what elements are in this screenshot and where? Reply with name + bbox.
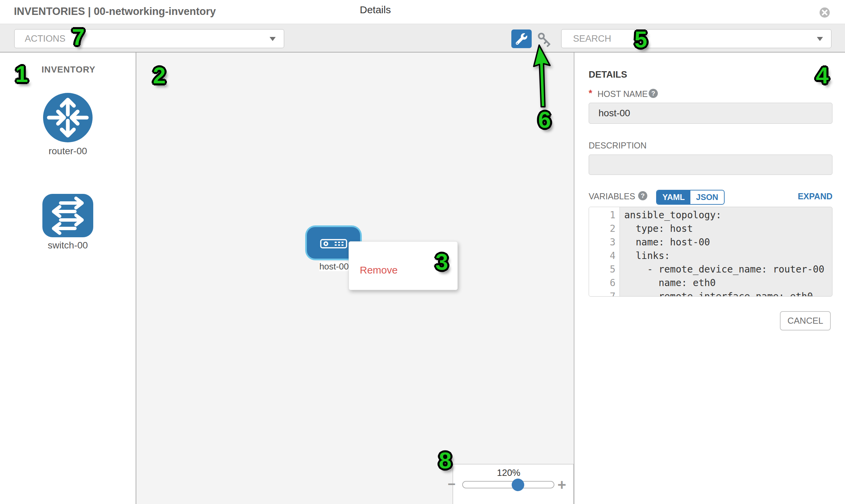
- actions-dropdown[interactable]: ACTIONS: [14, 29, 284, 48]
- annotation-6: 6: [538, 106, 551, 133]
- annotation-8: 8: [439, 447, 452, 473]
- tab-yaml[interactable]: YAML: [657, 191, 690, 204]
- line-number: 7: [589, 290, 619, 296]
- app-window: INVENTORIES | 00-networking-inventory AC…: [0, 0, 845, 504]
- code-line: remote_interface_name: eth0: [619, 290, 813, 296]
- chevron-down-icon: [817, 37, 823, 41]
- annotation-2: 2: [153, 62, 166, 88]
- host-name-input[interactable]: [589, 103, 832, 124]
- line-number: 3: [589, 236, 619, 249]
- description-label: DESCRIPTION: [589, 141, 647, 150]
- chevron-down-icon: [269, 37, 276, 41]
- search-dropdown[interactable]: SEARCH: [561, 29, 831, 48]
- zoom-slider-track[interactable]: [462, 481, 554, 488]
- inventory-heading: INVENTORY: [34, 65, 103, 75]
- required-marker: *: [589, 88, 592, 98]
- line-number: 4: [589, 249, 619, 263]
- line-number: 5: [589, 263, 619, 276]
- host-server-icon: [320, 239, 347, 249]
- code-lines: 1ansible_topology: 2 type: host 3 name: …: [589, 209, 832, 296]
- sidebar-item-router[interactable]: [42, 92, 93, 144]
- switch-label: switch-00: [39, 240, 96, 251]
- zoom-level: 120%: [453, 468, 565, 478]
- expand-link[interactable]: EXPAND: [790, 192, 832, 201]
- variables-label: VARIABLES: [589, 192, 635, 201]
- details-heading: DETAILS: [589, 70, 627, 80]
- host-name-label: HOST NAME: [597, 89, 648, 99]
- variables-format-toggle: YAML JSON: [656, 190, 725, 205]
- description-input[interactable]: [589, 155, 832, 175]
- help-icon[interactable]: ?: [649, 89, 658, 98]
- sidebar-item-switch[interactable]: [42, 194, 93, 239]
- zoom-in-button[interactable]: +: [558, 476, 566, 493]
- line-number: 1: [589, 209, 619, 222]
- page-title: INVENTORIES | 00-networking-inventory: [14, 5, 216, 18]
- code-line: type: host: [619, 222, 693, 236]
- search-dropdown-label: SEARCH: [573, 30, 611, 48]
- variables-code-editor[interactable]: 1ansible_topology: 2 type: host 3 name: …: [589, 207, 832, 296]
- zoom-slider-thumb[interactable]: [512, 479, 524, 491]
- actions-dropdown-label: ACTIONS: [25, 30, 66, 48]
- zoom-out-button[interactable]: −: [447, 476, 455, 492]
- code-line: ansible_topology:: [619, 209, 722, 222]
- line-number: 6: [589, 276, 619, 290]
- annotation-1: 1: [15, 61, 28, 87]
- help-icon[interactable]: ?: [638, 191, 647, 200]
- switch-icon: [42, 194, 93, 237]
- router-label: router-00: [39, 146, 96, 157]
- toolbox-button[interactable]: [511, 30, 532, 48]
- code-line: - remote_device_name: router-00: [619, 263, 824, 276]
- annotation-4: 4: [816, 62, 829, 88]
- annotation-arrow-up: [532, 44, 554, 109]
- code-line: links:: [619, 249, 670, 263]
- annotation-5: 5: [634, 26, 647, 53]
- tab-json[interactable]: JSON: [690, 191, 724, 204]
- context-menu-remove[interactable]: Remove: [360, 264, 398, 276]
- annotation-3: 3: [435, 249, 448, 275]
- wrench-icon: [516, 33, 527, 45]
- router-icon: [42, 92, 93, 143]
- code-line: name: eth0: [619, 276, 716, 290]
- line-number: 2: [589, 222, 619, 236]
- context-menu-details[interactable]: Details: [360, 4, 391, 16]
- host-node-label: host-00: [319, 262, 349, 271]
- close-icon[interactable]: [819, 7, 830, 18]
- annotation-7: 7: [72, 24, 85, 50]
- code-line: name: host-00: [619, 236, 710, 249]
- cancel-button[interactable]: CANCEL: [780, 311, 831, 330]
